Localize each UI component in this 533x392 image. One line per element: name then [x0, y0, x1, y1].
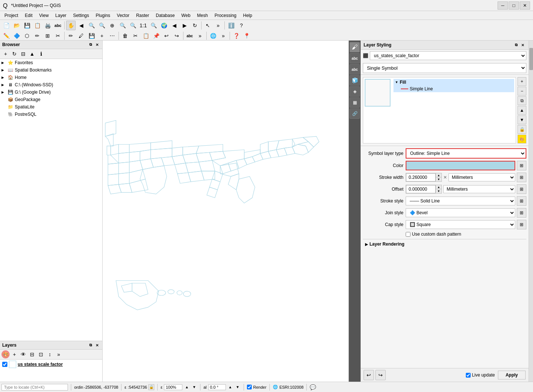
browser-item-geopackage[interactable]: ▶ 📦 GeoPackage [0, 96, 102, 103]
zoom-in-btn[interactable]: 🔍 [87, 21, 96, 30]
styling-scrollbar[interactable] [529, 41, 533, 382]
sty-tab-3d[interactable]: 🧊 [350, 75, 360, 86]
menu-layer[interactable]: Layer [52, 12, 69, 19]
status-rotation-down-btn[interactable]: ▼ [235, 384, 241, 390]
status-zoom-input[interactable] [164, 384, 182, 390]
maximize-button[interactable]: □ [509, 1, 519, 10]
menu-vector[interactable]: Vector [114, 12, 133, 19]
layers-open-style-btn[interactable]: 🎨 [1, 350, 10, 358]
apply-button[interactable]: Apply [498, 371, 526, 379]
layers-move-btn[interactable]: ↕ [46, 350, 54, 358]
merge-btn[interactable]: ⊞ [43, 31, 52, 41]
browser-float-btn[interactable]: ⧉ [87, 42, 93, 48]
browser-info-btn[interactable]: ℹ [37, 50, 45, 58]
cut-btn[interactable]: ✂ [131, 31, 140, 41]
map-area[interactable] [103, 41, 348, 382]
zoom-out-btn[interactable]: 🔍 [97, 21, 107, 30]
browser-item-postgresql[interactable]: ▶ 🐘 PostreSQL [0, 111, 102, 118]
sym-cap-expr-btn[interactable]: ⊞ [517, 220, 526, 229]
more-edit-btn[interactable]: ⋯ [107, 31, 117, 41]
menu-project[interactable]: Project [1, 12, 21, 19]
browser-item-bookmarks[interactable]: ▶ 📖 Spatial Bookmarks [0, 66, 102, 74]
sym-tree-fill[interactable]: ▼ Fill [393, 79, 514, 86]
status-rotation-input[interactable] [208, 384, 226, 390]
sym-stroke-style-dropdown[interactable]: ─── Solid Line [406, 197, 515, 205]
new-project-btn[interactable]: 📄 [1, 21, 11, 30]
sty-tab-mask[interactable]: ▦ [350, 97, 360, 108]
live-update-label[interactable]: Live update [466, 372, 495, 378]
select-feat-btn[interactable]: ✏ [32, 31, 42, 41]
browser-close-btn[interactable]: ✕ [94, 42, 100, 48]
minimize-button[interactable]: ─ [498, 1, 508, 10]
add-feature-btn[interactable]: + [97, 31, 107, 41]
sym-layer-type-dropdown[interactable]: Outline: Simple Line [406, 148, 526, 159]
menu-plugins[interactable]: Plugins [93, 12, 113, 19]
select-btn[interactable]: ↖ [203, 21, 213, 30]
globe-more-btn[interactable]: » [219, 31, 228, 41]
styling-renderer-dropdown[interactable]: Single Symbol [363, 63, 526, 73]
status-zoom-up-btn[interactable]: ▲ [184, 384, 190, 390]
layer-item-us-states[interactable]: us states scale factor [0, 360, 102, 369]
browser-item-windows-ssd[interactable]: ▶ 🖥 C:\ (Windows-SSD) [0, 81, 102, 89]
copy-btn[interactable]: 📋 [141, 31, 151, 41]
open-project-btn[interactable]: 📂 [12, 21, 21, 30]
sym-stroke-spinbox[interactable]: ▲ ▼ [406, 173, 442, 182]
zoom-selected-btn[interactable]: 🔍 [118, 21, 127, 30]
sym-color-btn[interactable]: 🎨 [517, 135, 526, 143]
sty-tab-diagram[interactable]: ◈ [350, 86, 360, 97]
zoom-next-btn[interactable]: ▶ [180, 21, 189, 30]
browser-item-home[interactable]: ▶ 🏠 Home [0, 74, 102, 81]
sym-stroke-style-expr-btn[interactable]: ⊞ [517, 196, 526, 206]
sty-tab-link[interactable]: 🔗 [350, 108, 360, 119]
paste-btn[interactable]: 📌 [151, 31, 161, 41]
save-edits-btn[interactable]: 💾 [87, 31, 96, 41]
help2-btn[interactable]: ❓ [231, 31, 241, 41]
label-btn[interactable]: abc [185, 31, 195, 41]
menu-web[interactable]: Web [178, 12, 193, 19]
layers-close-btn[interactable]: ✕ [94, 342, 100, 348]
browser-refresh-btn[interactable]: ↻ [10, 50, 18, 58]
sym-custom-dash-checkbox[interactable] [406, 232, 410, 237]
layers-filter2-btn[interactable]: ⊡ [37, 350, 45, 358]
layer-visibility-checkbox[interactable] [2, 362, 7, 367]
zoom-layer-btn[interactable]: 🔍 [128, 21, 138, 30]
close-button[interactable]: ✕ [520, 1, 530, 10]
styling-float-btn[interactable]: ⧉ [513, 42, 519, 48]
sym-offset-expr-btn[interactable]: ⊞ [517, 184, 526, 194]
refresh-btn[interactable]: ↻ [190, 21, 200, 30]
zoom-full-btn[interactable]: 🌍 [159, 21, 169, 30]
menu-help[interactable]: Help [240, 12, 255, 19]
live-update-checkbox[interactable] [466, 373, 471, 378]
locate-input[interactable] [1, 384, 68, 391]
identify-btn[interactable]: ℹ️ [226, 21, 236, 30]
zoom-prev-btn[interactable]: ◀ [169, 21, 179, 30]
sym-custom-dash-label[interactable]: Use custom dash pattern [406, 232, 461, 237]
zoom-in2-btn[interactable]: 🔍 [149, 21, 158, 30]
sym-join-expr-btn[interactable]: ⊞ [517, 208, 526, 218]
help-btn[interactable]: ? [237, 21, 246, 30]
sym-add-btn[interactable]: + [517, 77, 526, 86]
digitize-btn[interactable]: ✏️ [1, 31, 11, 41]
sym-offset-input[interactable] [406, 185, 436, 193]
pan-left-btn[interactable]: ◀ [76, 21, 86, 30]
status-messages-btn[interactable]: 💬 [310, 384, 316, 390]
sym-stroke-unit-dropdown[interactable]: Millimeters [448, 173, 515, 181]
styling-redo-btn[interactable]: ↪ [375, 370, 386, 380]
save-project-btn[interactable]: 💾 [22, 21, 32, 30]
styling-layer-dropdown[interactable]: us_states_scale_factor [370, 51, 526, 60]
sym-tree-simple-line[interactable]: Simple Line [393, 86, 514, 92]
sym-down-btn[interactable]: ▼ [517, 115, 526, 124]
sym-up-btn[interactable]: ▲ [517, 106, 526, 115]
menu-processing[interactable]: Processing [212, 12, 239, 19]
print-btn[interactable]: 🖨️ [43, 21, 52, 30]
sty-tab-brush[interactable]: 🖌 [350, 42, 360, 52]
status-zoom-down-btn[interactable]: ▼ [191, 384, 197, 390]
menu-edit[interactable]: Edit [22, 12, 35, 19]
menu-raster[interactable]: Raster [133, 12, 152, 19]
delete-btn[interactable]: 🗑 [120, 31, 130, 41]
abc-btn[interactable]: abc [53, 21, 63, 30]
sty-tab-abc[interactable]: abc [350, 53, 360, 63]
browser-item-favorites[interactable]: ▶ ⭐ Favorites [0, 59, 102, 66]
sym-offset-down-btn[interactable]: ▼ [436, 189, 441, 193]
edit-mode-btn[interactable]: 🖊 [76, 31, 86, 41]
